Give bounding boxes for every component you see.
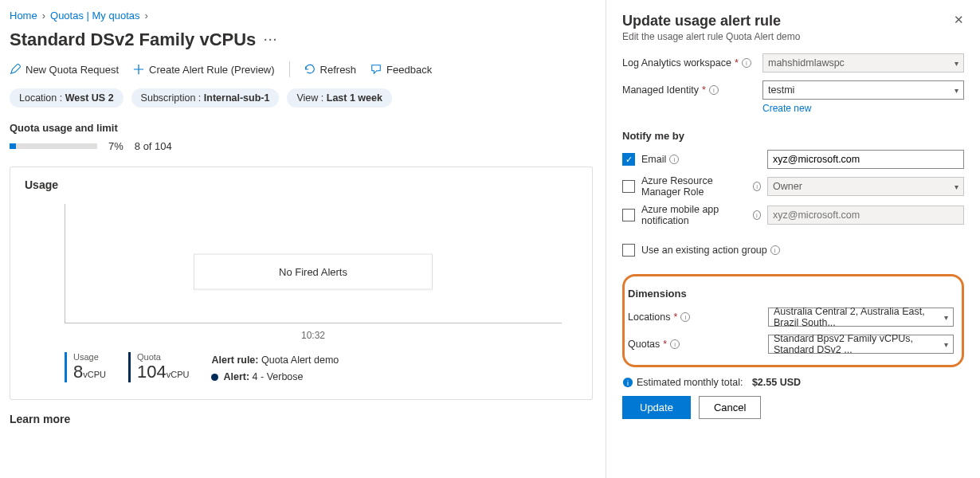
filter-row: Location : West US 2 Subscription : Inte… (10, 88, 593, 108)
chevron-down-icon: ▾ (955, 182, 958, 191)
panel-subtitle: Edit the usage alert rule Quota Alert de… (622, 31, 800, 42)
learn-more-heading: Learn more (10, 413, 593, 425)
breadcrumb-home[interactable]: Home (10, 10, 37, 22)
existing-ag-checkbox[interactable] (622, 244, 635, 257)
chevron-down-icon: ▾ (944, 313, 948, 322)
new-quota-button[interactable]: New Quota Request (10, 64, 119, 76)
no-fired-alerts-banner: No Fired Alerts (194, 254, 433, 290)
email-checkbox[interactable]: ✓ (622, 153, 635, 166)
alert-info: Alert rule: Quota Alert demo Alert: 4 - … (211, 352, 339, 386)
notify-heading: Notify me by (622, 130, 964, 142)
chevron-down-icon: ▾ (944, 340, 948, 349)
metric-quota: Quota 104vCPU (128, 352, 189, 382)
filter-location[interactable]: Location : West US 2 (10, 88, 123, 108)
severity-dot-icon (211, 374, 218, 381)
chevron-right-icon: › (145, 10, 148, 22)
arm-select: Owner▾ (767, 177, 964, 196)
chevron-down-icon: ▾ (955, 86, 958, 95)
page-title: Standard DSv2 Family vCPUs ··· (10, 29, 593, 50)
breadcrumb: Home › Quotas | My quotas › (10, 10, 593, 22)
arm-checkbox[interactable] (622, 180, 635, 193)
locations-label: Locations*i (628, 311, 768, 323)
quotas-select[interactable]: Standard Bpsv2 Family vCPUs, Standard DS… (768, 335, 954, 354)
info-icon[interactable]: i (680, 312, 690, 322)
plus-icon (133, 64, 144, 75)
update-alert-panel: Update usage alert rule Edit the usage a… (606, 0, 980, 478)
close-icon[interactable]: ✕ (954, 13, 964, 27)
quota-progress-bar (10, 143, 97, 149)
more-icon[interactable]: ··· (264, 33, 278, 46)
usage-chart: No Fired Alerts 10:32 (65, 196, 562, 347)
info-icon[interactable]: i (753, 182, 761, 191)
usage-card: Usage No Fired Alerts 10:32 Usage 8vCPU … (10, 167, 593, 400)
info-icon[interactable]: i (770, 245, 780, 255)
info-icon: i (622, 377, 633, 388)
quota-section-title: Quota usage and limit (10, 122, 593, 134)
email-input[interactable] (767, 150, 964, 169)
mi-select[interactable]: testmi▾ (762, 80, 964, 100)
quota-percent: 7% (108, 140, 123, 152)
update-button[interactable]: Update (622, 396, 691, 419)
toolbar: New Quota Request Create Alert Rule (Pre… (10, 61, 593, 77)
feedback-button[interactable]: Feedback (370, 64, 432, 76)
filter-view[interactable]: View : Last 1 week (287, 88, 391, 108)
create-alert-button[interactable]: Create Alert Rule (Preview) (133, 64, 275, 76)
usage-card-title: Usage (25, 178, 578, 191)
chart-xlabel: 10:32 (301, 330, 325, 341)
svg-text:i: i (627, 379, 629, 387)
chevron-right-icon: › (42, 10, 45, 22)
toolbar-divider (289, 61, 290, 77)
law-label: Log Analytics workspace*i (622, 57, 762, 69)
feedback-icon (370, 64, 382, 75)
dimensions-highlight: Dimensions Locations*i Australia Central… (622, 274, 964, 367)
filter-subscription[interactable]: Subscription : Internal-sub-1 (131, 88, 280, 108)
quotas-label: Quotas*i (628, 339, 768, 350)
panel-title: Update usage alert rule (622, 13, 800, 29)
quota-ratio: 8 of 104 (135, 140, 172, 152)
refresh-icon (304, 64, 316, 75)
mi-label: Managed Identity*i (622, 84, 762, 96)
chevron-down-icon: ▾ (955, 59, 958, 68)
edit-icon (10, 64, 21, 75)
cancel-button[interactable]: Cancel (699, 396, 761, 419)
locations-select[interactable]: Australia Central 2, Australia East, Bra… (768, 308, 954, 327)
law-select: mahshidmlawspc▾ (762, 53, 964, 72)
refresh-button[interactable]: Refresh (304, 64, 357, 76)
create-new-link[interactable]: Create new (762, 103, 811, 114)
app-input (767, 206, 964, 225)
breadcrumb-quotas[interactable]: Quotas | My quotas (50, 10, 140, 22)
info-icon[interactable]: i (709, 85, 719, 95)
app-checkbox[interactable] (622, 209, 635, 221)
info-icon[interactable]: i (669, 155, 679, 164)
estimated-total: i Estimated monthly total: $2.55 USD (622, 377, 964, 388)
info-icon[interactable]: i (670, 339, 680, 349)
dimensions-heading: Dimensions (628, 288, 954, 300)
quota-bar-row: 7% 8 of 104 (10, 140, 593, 152)
info-icon[interactable]: i (753, 210, 761, 220)
metric-usage: Usage 8vCPU (65, 352, 106, 382)
info-icon[interactable]: i (742, 58, 751, 68)
